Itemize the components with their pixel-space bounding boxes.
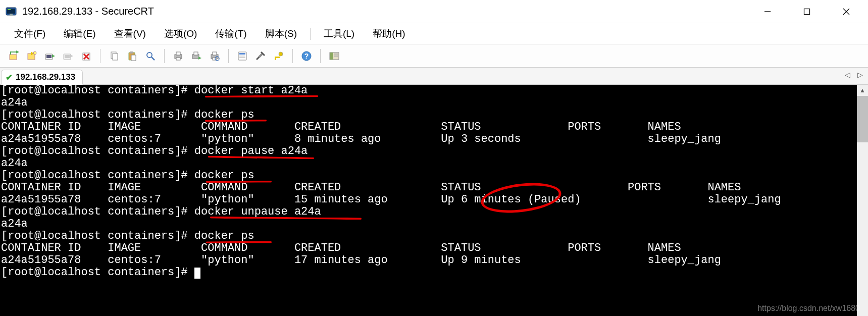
close-session-icon[interactable] — [78, 47, 95, 65]
print-icon[interactable] — [170, 47, 187, 65]
toolbar-separator — [228, 49, 229, 63]
menu-edit[interactable]: 编辑(E) — [56, 25, 104, 42]
menu-separator — [310, 28, 311, 40]
menu-options[interactable]: 选项(O) — [156, 25, 205, 42]
svg-rect-53 — [334, 54, 338, 55]
svg-point-46 — [279, 52, 283, 56]
menu-view[interactable]: 查看(V) — [106, 25, 154, 42]
svg-rect-48 — [275, 58, 276, 60]
terminal-scrollbar[interactable]: ▲ — [857, 85, 868, 316]
paste-icon[interactable] — [124, 47, 141, 65]
toolbar-separator — [100, 49, 100, 63]
toolbar-separator — [164, 49, 165, 63]
properties-icon[interactable] — [234, 47, 251, 65]
svg-rect-17 — [65, 55, 70, 58]
menu-file[interactable]: 文件(F) — [6, 25, 54, 42]
disconnect-icon[interactable] — [60, 47, 77, 65]
svg-rect-5 — [804, 9, 810, 14]
tab-scroll-right[interactable]: ▷ — [855, 70, 865, 80]
menubar: 文件(F) 编辑(E) 查看(V) 选项(O) 传输(T) 脚本(S) 工具(L… — [0, 23, 868, 44]
session-tab[interactable]: ✔ 192.168.29.133 — [1, 70, 83, 85]
svg-rect-52 — [330, 52, 333, 60]
tab-label: 192.168.29.133 — [16, 72, 75, 82]
svg-rect-2 — [8, 9, 11, 10]
scroll-thumb[interactable] — [857, 96, 868, 142]
terminal-output[interactable]: [root@localhost containers]# docker star… — [0, 85, 868, 279]
svg-rect-33 — [194, 52, 198, 55]
connected-check-icon: ✔ — [6, 72, 13, 83]
watermark: https://blog.csdn.net/xw1680 — [757, 304, 860, 313]
tab-strip: ✔ 192.168.29.133 ◁ ▷ — [0, 68, 868, 85]
svg-marker-18 — [70, 55, 73, 58]
svg-line-45 — [259, 54, 262, 57]
svg-point-27 — [147, 52, 152, 58]
copy-icon[interactable] — [106, 47, 123, 65]
quick-connect-icon[interactable] — [23, 47, 40, 65]
toolbar-separator — [320, 49, 321, 63]
print-preview-icon[interactable] — [206, 47, 223, 65]
svg-rect-30 — [176, 52, 180, 55]
print-setup-icon[interactable] — [188, 47, 205, 65]
window-title: 192.168.29.133 - SecureCRT — [22, 6, 154, 17]
scroll-track[interactable] — [857, 142, 868, 316]
minimize-button[interactable] — [748, 0, 787, 23]
svg-rect-8 — [10, 55, 17, 60]
svg-rect-40 — [239, 53, 245, 55]
options-icon[interactable] — [252, 47, 269, 65]
find-icon[interactable] — [142, 47, 159, 65]
toolbar-separator — [292, 49, 293, 63]
scroll-up-icon[interactable]: ▲ — [857, 85, 868, 96]
tab-scroll-left[interactable]: ◁ — [843, 70, 852, 80]
session-manager-icon[interactable] — [326, 47, 343, 65]
svg-rect-37 — [213, 58, 217, 60]
svg-rect-25 — [130, 51, 133, 54]
svg-rect-36 — [213, 52, 217, 55]
svg-rect-47 — [275, 57, 280, 58]
svg-marker-15 — [52, 55, 55, 58]
svg-rect-3 — [10, 14, 13, 16]
connect-icon[interactable] — [41, 47, 59, 65]
titlebar: 192.168.29.133 - SecureCRT — [0, 0, 868, 23]
menu-script[interactable]: 脚本(S) — [257, 25, 305, 42]
reconnect-icon[interactable] — [5, 47, 22, 65]
svg-rect-26 — [131, 55, 136, 61]
svg-rect-23 — [113, 54, 118, 60]
menu-tools[interactable]: 工具(L) — [316, 25, 363, 42]
svg-rect-31 — [176, 58, 180, 60]
svg-text:?: ? — [304, 52, 309, 60]
close-button[interactable] — [827, 0, 866, 23]
app-icon — [5, 6, 17, 18]
key-icon[interactable] — [270, 47, 287, 65]
menu-transfer[interactable]: 传输(T) — [207, 25, 254, 42]
svg-rect-54 — [334, 56, 338, 57]
svg-marker-34 — [198, 57, 201, 60]
svg-rect-14 — [46, 55, 52, 58]
menu-help[interactable]: 帮助(H) — [365, 25, 413, 42]
maximize-button[interactable] — [787, 0, 827, 23]
toolbar: ? — [0, 44, 868, 68]
svg-marker-9 — [16, 50, 19, 54]
svg-point-12 — [33, 51, 36, 55]
terminal-area[interactable]: [root@localhost containers]# docker star… — [0, 85, 868, 316]
window-controls — [748, 0, 866, 23]
help-icon[interactable]: ? — [298, 47, 315, 65]
svg-line-28 — [151, 57, 155, 60]
